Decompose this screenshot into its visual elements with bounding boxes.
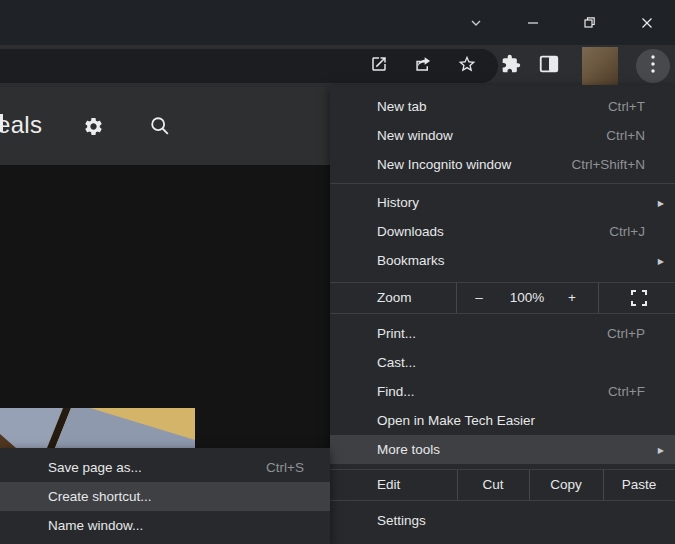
zoom-in-button[interactable]: + [560,283,584,313]
share-button[interactable] [412,55,434,77]
page-nav-text[interactable]: eals [0,111,42,139]
submenu-arrow-icon: ▶ [658,256,664,265]
window-restore-button[interactable] [561,0,618,45]
bookmark-button[interactable] [456,55,478,77]
extensions-button[interactable] [500,55,522,77]
browser-menu-button[interactable] [636,49,670,83]
menu-item-find[interactable]: Find... Ctrl+F [330,377,675,406]
browser-menu: New tab Ctrl+T New window Ctrl+N New Inc… [330,85,675,544]
menu-item-cast[interactable]: Cast... [330,348,675,377]
submenu-item-save-page-as[interactable]: Save page as... Ctrl+S [0,453,330,482]
minimize-icon [527,17,539,29]
menu-item-print[interactable]: Print... Ctrl+P [330,319,675,348]
submenu-item-name-window[interactable]: Name window... [0,511,330,540]
zoom-out-button[interactable]: – [467,283,491,313]
menu-item-new-window[interactable]: New window Ctrl+N [330,121,675,150]
restore-icon [583,16,596,29]
submenu-arrow-icon: ▶ [658,198,664,207]
cut-button[interactable]: Cut [457,470,529,500]
close-icon [641,17,653,29]
toolbar-actions [500,45,670,87]
extensions-puzzle-icon [501,54,521,78]
divider [598,283,599,313]
menu-item-history[interactable]: History ▶ [330,188,675,217]
gear-icon [83,116,104,141]
clipped-letter [0,114,3,131]
window-close-button[interactable] [618,0,675,45]
menu-item-settings[interactable]: Settings [330,506,675,535]
window-controls [447,0,675,45]
divider [456,283,457,313]
bookmark-star-icon [457,54,477,78]
side-panel-button[interactable] [538,55,560,77]
copy-button[interactable]: Copy [529,470,603,500]
page-search-button[interactable] [148,116,172,140]
denim-fabric-photo [0,408,195,448]
edit-label: Edit [377,470,400,500]
page-settings-button[interactable] [81,116,105,140]
profile-avatar[interactable] [582,47,618,85]
open-in-new-button[interactable] [368,55,390,77]
kebab-menu-icon [651,55,655,77]
menu-item-more-tools[interactable]: More tools ▶ [330,435,675,464]
open-in-new-icon [370,55,388,77]
zoom-label: Zoom [377,283,412,313]
menu-item-open-in-make-tech-easier[interactable]: Open in Make Tech Easier [330,406,675,435]
browser-toolbar [0,45,675,87]
submenu-item-create-shortcut[interactable]: Create shortcut... [0,482,330,511]
window-chevron-down-button[interactable] [447,0,504,45]
side-panel-icon [538,53,560,79]
chevron-down-icon [469,16,483,30]
fullscreen-button[interactable] [630,289,648,310]
browser-window: eals New tab Ctrl+T New window [0,0,675,544]
fullscreen-icon [630,295,648,310]
menu-item-new-incognito-window[interactable]: New Incognito window Ctrl+Shift+N [330,150,675,179]
share-icon [413,54,433,78]
search-icon [149,115,171,141]
address-bar[interactable] [0,49,498,83]
paste-button[interactable]: Paste [603,470,675,500]
menu-edit-row: Edit Cut Copy Paste [330,469,675,501]
zoom-level: 100% [499,283,555,313]
titlebar [0,0,675,45]
window-minimize-button[interactable] [504,0,561,45]
more-tools-submenu: Save page as... Ctrl+S Create shortcut..… [0,448,330,544]
menu-zoom-row: Zoom – 100% + [330,282,675,314]
menu-item-downloads[interactable]: Downloads Ctrl+J [330,217,675,246]
menu-item-new-tab[interactable]: New tab Ctrl+T [330,92,675,121]
menu-item-bookmarks[interactable]: Bookmarks ▶ [330,246,675,275]
submenu-arrow-icon: ▶ [658,445,664,454]
menu-separator [330,183,675,184]
